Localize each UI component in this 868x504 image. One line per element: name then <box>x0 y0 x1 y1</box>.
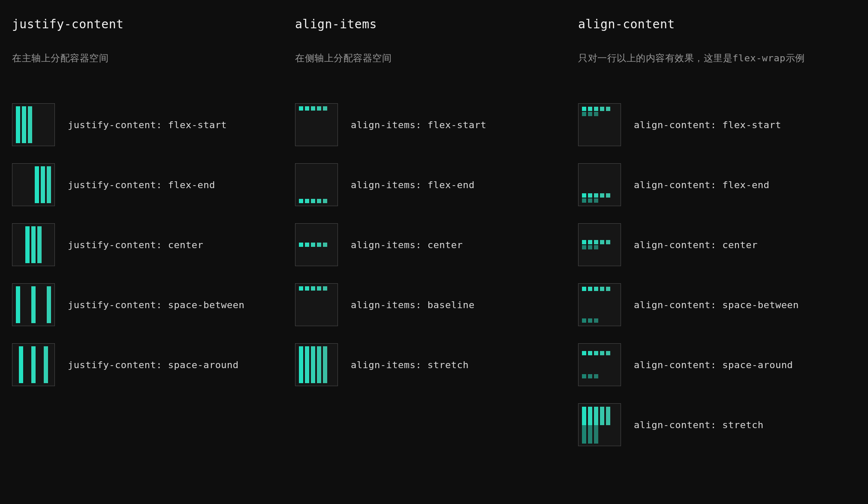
demo-justify-flex-start <box>12 103 55 146</box>
demo-label: align-content: space-between <box>634 300 799 310</box>
example-row: justify-content: flex-start <box>12 103 278 146</box>
demo-align-items-center <box>295 223 338 266</box>
demo-align-content-center <box>578 223 621 266</box>
demo-label: align-content: flex-end <box>634 180 769 190</box>
demo-label: align-content: flex-start <box>634 120 781 130</box>
example-row: align-content: center <box>578 223 844 266</box>
example-row: align-content: flex-start <box>578 103 844 146</box>
demo-label: justify-content: flex-start <box>68 120 227 130</box>
demo-justify-space-between <box>12 283 55 326</box>
column-description: 在侧轴上分配容器空间 <box>295 52 561 65</box>
demo-label: justify-content: space-around <box>68 360 239 370</box>
demo-label: align-items: flex-end <box>351 180 475 190</box>
column-description: 只对一行以上的内容有效果，这里是flex-wrap示例 <box>578 52 844 65</box>
demo-align-items-flex-start <box>295 103 338 146</box>
demo-align-items-baseline <box>295 283 338 326</box>
demo-align-content-flex-start <box>578 103 621 146</box>
demo-label: justify-content: center <box>68 240 203 250</box>
demo-label: align-items: stretch <box>351 360 469 370</box>
column-description: 在主轴上分配容器空间 <box>12 52 278 65</box>
demo-justify-flex-end <box>12 163 55 206</box>
demo-justify-center <box>12 223 55 266</box>
demo-justify-space-around <box>12 343 55 386</box>
example-row: justify-content: center <box>12 223 278 266</box>
column-justify-content: justify-content 在主轴上分配容器空间 justify-conte… <box>12 17 278 463</box>
column-title: justify-content <box>12 17 278 31</box>
demo-align-items-flex-end <box>295 163 338 206</box>
example-row: align-content: space-around <box>578 343 844 386</box>
demo-label: align-items: baseline <box>351 300 475 310</box>
column-title: align-items <box>295 17 561 31</box>
example-row: align-items: center <box>295 223 561 266</box>
demo-label: justify-content: flex-end <box>68 180 215 190</box>
example-row: justify-content: space-between <box>12 283 278 326</box>
demo-label: align-items: flex-start <box>351 120 486 130</box>
example-row: justify-content: flex-end <box>12 163 278 206</box>
demo-label: align-content: center <box>634 240 758 250</box>
example-row: align-items: baseline <box>295 283 561 326</box>
example-row: align-content: stretch <box>578 403 844 446</box>
demo-align-content-flex-end <box>578 163 621 206</box>
example-row: align-content: space-between <box>578 283 844 326</box>
demo-align-items-stretch <box>295 343 338 386</box>
example-row: justify-content: space-around <box>12 343 278 386</box>
example-row: align-items: flex-end <box>295 163 561 206</box>
demo-label: justify-content: space-between <box>68 300 244 310</box>
demo-label: align-content: space-around <box>634 360 793 370</box>
demo-align-content-stretch <box>578 403 621 446</box>
column-align-content: align-content 只对一行以上的内容有效果，这里是flex-wrap示… <box>578 17 844 463</box>
demo-label: align-items: center <box>351 240 463 250</box>
demo-label: align-content: stretch <box>634 420 763 430</box>
columns-container: justify-content 在主轴上分配容器空间 justify-conte… <box>12 17 856 463</box>
example-row: align-items: flex-start <box>295 103 561 146</box>
demo-align-content-space-around <box>578 343 621 386</box>
column-title: align-content <box>578 17 844 31</box>
column-align-items: align-items 在侧轴上分配容器空间 align-items: flex… <box>295 17 561 463</box>
example-row: align-content: flex-end <box>578 163 844 206</box>
example-row: align-items: stretch <box>295 343 561 386</box>
demo-align-content-space-between <box>578 283 621 326</box>
